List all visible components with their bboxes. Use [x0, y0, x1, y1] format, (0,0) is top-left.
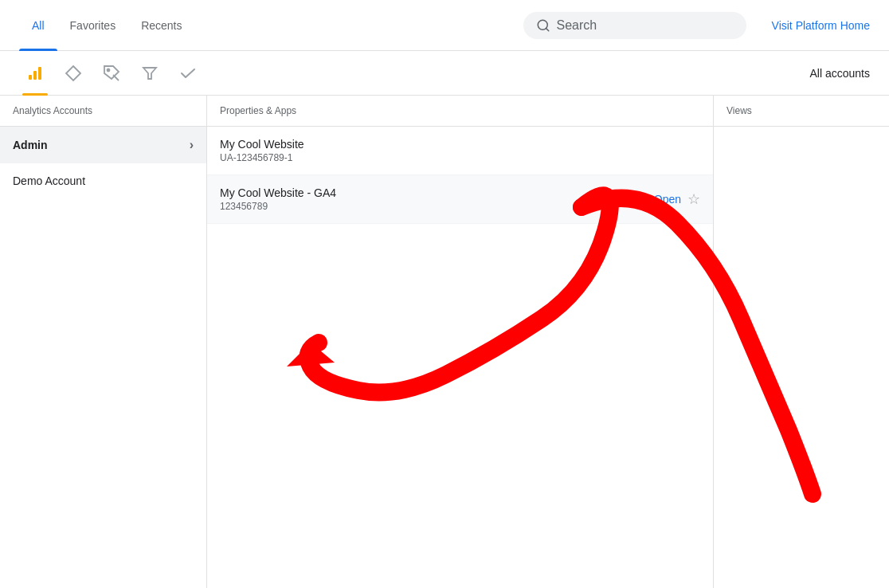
star-icon[interactable]: ☆	[687, 190, 700, 208]
account-item-admin[interactable]: Admin ›	[0, 127, 206, 163]
property-tracking-id: 123456789	[220, 201, 700, 212]
search-bar[interactable]: Search	[523, 12, 746, 39]
search-label: Search	[557, 18, 597, 33]
survey-icon[interactable]	[172, 57, 204, 89]
views-column: Views	[714, 96, 889, 588]
toolbar: All accounts	[0, 51, 889, 96]
property-actions: Open ☆	[654, 190, 700, 208]
tab-all[interactable]: All	[19, 0, 57, 51]
tab-recents[interactable]: Recents	[128, 0, 194, 51]
svg-rect-4	[38, 67, 41, 80]
properties-header: Properties & Apps	[207, 96, 713, 127]
property-name: My Cool Website - GA4	[220, 186, 700, 199]
account-name: Demo Account	[13, 174, 85, 187]
accounts-column: Analytics Accounts Admin › Demo Account	[0, 96, 207, 588]
svg-rect-3	[33, 71, 37, 80]
property-tracking-id: UA-123456789-1	[220, 152, 700, 163]
optimize-icon[interactable]	[96, 57, 127, 89]
svg-point-5	[108, 69, 110, 71]
property-item-ua[interactable]: My Cool Website UA-123456789-1	[207, 127, 713, 175]
svg-rect-2	[29, 75, 32, 80]
columns-container: Analytics Accounts Admin › Demo Account …	[0, 96, 889, 588]
tab-favorites[interactable]: Favorites	[57, 0, 129, 51]
open-link[interactable]: Open	[654, 193, 681, 206]
analytics-icon[interactable]	[19, 57, 51, 89]
views-header: Views	[714, 96, 889, 127]
property-name: My Cool Website	[220, 138, 700, 151]
property-item-ga4[interactable]: My Cool Website - GA4 123456789 Open ☆	[207, 175, 713, 224]
properties-column: Properties & Apps My Cool Website UA-123…	[207, 96, 714, 588]
data-studio-icon[interactable]	[134, 57, 166, 89]
svg-line-6	[113, 75, 119, 80]
account-item-demo[interactable]: Demo Account	[0, 163, 206, 198]
nav-tabs: All Favorites Recents	[19, 0, 523, 51]
top-nav: All Favorites Recents Search Visit Platf…	[0, 0, 889, 51]
visit-platform-link[interactable]: Visit Platform Home	[772, 19, 870, 32]
search-icon	[536, 18, 550, 33]
all-accounts-label: All accounts	[810, 67, 870, 80]
tag-manager-icon[interactable]	[57, 57, 89, 89]
chevron-right-icon: ›	[190, 138, 194, 152]
account-name: Admin	[13, 139, 48, 151]
svg-line-1	[546, 28, 548, 30]
accounts-header: Analytics Accounts	[0, 96, 206, 127]
